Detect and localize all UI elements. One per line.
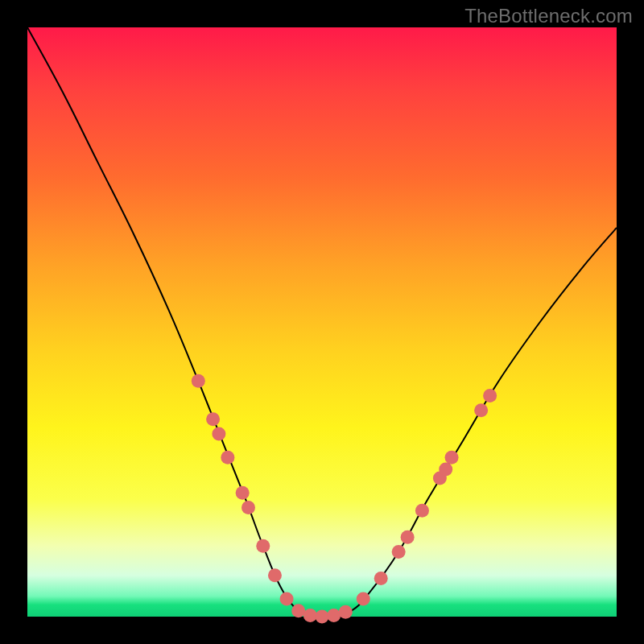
data-marker xyxy=(221,451,234,464)
data-marker xyxy=(192,374,205,388)
chart-stage: TheBottleneck.com xyxy=(0,0,644,644)
data-marker xyxy=(242,501,255,514)
data-marker xyxy=(339,605,353,619)
data-marker xyxy=(392,545,406,559)
data-marker xyxy=(445,451,459,464)
data-marker xyxy=(316,610,329,624)
plot-area xyxy=(27,27,617,617)
data-marker xyxy=(291,604,305,617)
bottleneck-curve xyxy=(27,27,617,617)
data-marker xyxy=(474,403,488,417)
data-marker xyxy=(303,609,317,622)
data-marker xyxy=(212,427,225,441)
data-marker xyxy=(439,463,452,477)
data-marker xyxy=(401,530,415,544)
data-markers xyxy=(192,374,497,624)
data-marker xyxy=(280,592,294,606)
data-marker xyxy=(374,572,388,585)
data-marker xyxy=(268,568,282,582)
data-marker xyxy=(483,389,497,402)
data-marker xyxy=(327,609,341,622)
data-marker xyxy=(415,504,429,518)
data-marker xyxy=(236,486,250,500)
chart-svg xyxy=(27,27,617,617)
data-marker xyxy=(256,539,270,553)
data-marker xyxy=(357,592,370,606)
data-marker xyxy=(206,412,220,426)
watermark-text: TheBottleneck.com xyxy=(464,5,633,27)
